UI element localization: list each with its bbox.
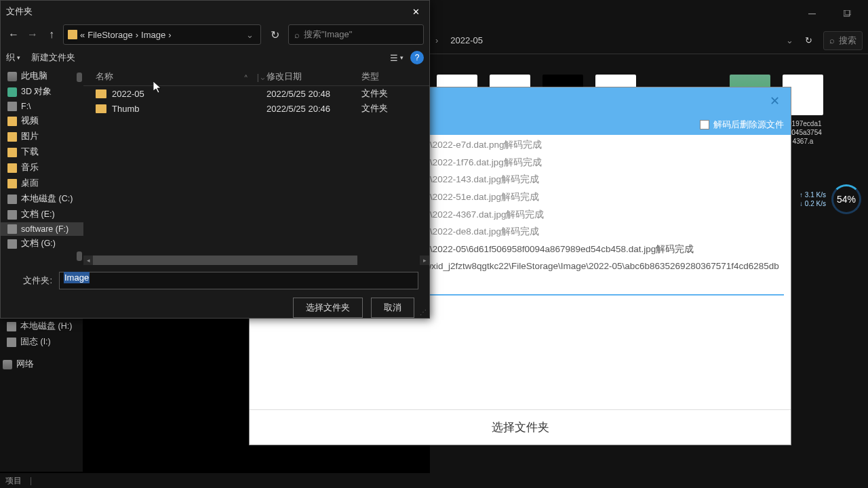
organize-menu[interactable]: 织▾ [6, 52, 20, 64]
cancel-button[interactable]: 取消 [371, 298, 414, 318]
close-icon[interactable]: ✕ [765, 92, 784, 110]
status-text: 项目 [5, 475, 22, 487]
sidebar-item-network[interactable]: 网络 [0, 357, 83, 372]
file-row[interactable]: 2022-05 2022/5/25 20:48 文件夹 [83, 86, 429, 101]
mouse-cursor-icon [153, 81, 164, 95]
column-resize[interactable]: |⌄ [257, 72, 267, 82]
drive-icon [7, 195, 17, 204]
upload-speed: ↑ 3.1 K/s [800, 191, 826, 199]
folder-icon [96, 104, 106, 113]
folder-icon [68, 30, 77, 39]
sidebar-item-this-pc[interactable]: 此电脑 [1, 68, 83, 84]
breadcrumb-part[interactable]: Image [141, 30, 165, 40]
history-dropdown[interactable]: ⌄ [243, 30, 256, 40]
folder-name-label: 文件夹: [12, 274, 52, 287]
file-row[interactable]: Thumb 2022/5/25 20:46 文件夹 [83, 101, 429, 116]
breadcrumb-sep: « [80, 30, 85, 40]
sidebar-item-pictures[interactable]: 图片 [1, 129, 83, 144]
chevron-right-icon: › [168, 30, 171, 40]
help-button[interactable]: ? [410, 51, 424, 64]
bg-address-bar: › 2022-05 ⌄ ↻ ⌕ 搜索 [430, 27, 868, 54]
dialog-sidebar[interactable]: 此电脑 3D 对象 F:\ 视频 图片 下载 音乐 桌面 本地磁盘 (C:) 文… [1, 68, 83, 265]
sidebar-item-drive-f[interactable]: F:\ [1, 100, 83, 113]
drive-icon [7, 210, 17, 220]
column-name-header[interactable]: 名称^|⌄ [83, 71, 267, 83]
sidebar-item[interactable]: 固态 (I:) [0, 334, 83, 350]
3d-icon [7, 87, 17, 97]
sidebar-item-drive-c[interactable]: 本地磁盘 (C:) [1, 191, 83, 207]
cpu-meter: 54% [831, 184, 861, 214]
refresh-button[interactable]: ↻ [799, 31, 818, 50]
sidebar-item-drive-software[interactable]: software (F:) [1, 222, 83, 236]
refresh-button[interactable]: ↻ [265, 25, 284, 44]
dropdown-icon[interactable]: ⌄ [786, 35, 793, 45]
delete-source-checkbox[interactable] [700, 120, 709, 129]
drive-icon [7, 102, 17, 111]
drive-icon [7, 239, 17, 249]
delete-source-label: 解码后删除源文件 [713, 119, 784, 131]
search-icon: ⌕ [829, 35, 835, 45]
chevron-down-icon: ▾ [400, 54, 403, 61]
close-button[interactable]: ✕ [406, 2, 425, 21]
network-meter-widget[interactable]: ↑ 3.1 K/s ↓ 0.2 K/s 54% [800, 184, 861, 214]
scroll-right-button[interactable]: ▸ [420, 256, 429, 265]
dialog-title: 文件夹 [6, 5, 33, 18]
address-bar[interactable]: « FileStorage › Image › ⌄ [63, 24, 261, 45]
view-menu[interactable]: ☰▾ [390, 53, 403, 63]
download-speed: ↓ 0.2 K/s [800, 200, 826, 207]
bg-sidebar: 本地磁盘 (H:) 固态 (I:) 网络 [0, 319, 83, 472]
column-date-header[interactable]: 修改日期 [267, 71, 361, 83]
horizontal-scrollbar[interactable]: ◂ ▸ [83, 256, 429, 265]
search-placeholder: 搜索"Image" [304, 28, 352, 41]
sidebar-item-desktop[interactable]: 桌面 [1, 176, 83, 191]
bg-titlebar [430, 0, 868, 27]
new-folder-button[interactable]: 新建文件夹 [31, 52, 75, 64]
select-folder-button[interactable]: 选择文件夹 [250, 409, 791, 445]
forward-button[interactable]: → [25, 27, 40, 42]
drive-icon [7, 224, 17, 234]
bg-breadcrumb[interactable]: 2022-05 [443, 35, 781, 45]
resize-grip[interactable]: ⋰ [420, 308, 429, 318]
sidebar-item-drive-e[interactable]: 文档 (E:) [1, 207, 83, 222]
bg-status-bar: 项目 | [0, 473, 868, 488]
dialog-toolbar: 织▾ 新建文件夹 ☰▾ ? [1, 47, 429, 68]
list-view-icon: ☰ [390, 53, 398, 63]
folder-icon [7, 148, 17, 157]
sidebar-item-videos[interactable]: 视频 [1, 113, 83, 129]
sidebar-item-drive-g[interactable]: 文档 (G:) [1, 236, 83, 251]
search-field[interactable]: ⌕ 搜索"Image" [288, 24, 424, 45]
sidebar-item-3d[interactable]: 3D 对象 [1, 84, 83, 100]
sidebar-item-downloads[interactable]: 下载 [1, 144, 83, 160]
minimize-button[interactable] [801, 3, 823, 24]
dialog-nav-row: ← → ↑ « FileStorage › Image › ⌄ ↻ ⌕ 搜索"I… [1, 22, 429, 47]
folder-icon [7, 179, 17, 188]
scroll-thumb[interactable] [93, 256, 357, 265]
search-icon: ⌕ [294, 30, 300, 40]
scrollbar-thumb[interactable] [77, 73, 82, 82]
svg-rect-1 [844, 10, 850, 16]
chevron-right-icon: › [435, 35, 438, 45]
breadcrumb-part[interactable]: FileStorage [87, 30, 132, 40]
drive-icon [7, 338, 16, 347]
back-button[interactable]: ← [6, 27, 21, 42]
bg-search-field[interactable]: ⌕ 搜索 [823, 31, 863, 50]
dialog-titlebar: 文件夹 ✕ [1, 1, 429, 22]
dialog-footer: 文件夹: Image 选择文件夹 取消 [1, 265, 429, 325]
chevron-down-icon: ▾ [17, 54, 20, 61]
scroll-track[interactable] [93, 256, 420, 265]
scroll-left-button[interactable]: ◂ [83, 256, 93, 265]
folder-icon [7, 117, 17, 126]
scrollbar-thumb[interactable] [77, 251, 82, 261]
chevron-right-icon: › [136, 30, 138, 40]
select-folder-button[interactable]: 选择文件夹 [293, 298, 363, 318]
folder-icon [96, 89, 106, 98]
sidebar-item-music[interactable]: 音乐 [1, 160, 83, 176]
folder-picker-dialog: 文件夹 ✕ ← → ↑ « FileStorage › Image › ⌄ ↻ … [0, 0, 430, 319]
folder-name-input[interactable]: Image [59, 272, 418, 289]
maximize-button[interactable] [836, 3, 858, 24]
folder-icon [7, 132, 17, 142]
column-type-header[interactable]: 类型 [361, 71, 429, 83]
up-button[interactable]: ↑ [44, 27, 59, 42]
sort-icon: ^ [245, 74, 248, 81]
file-list[interactable]: 名称^|⌄ 修改日期 类型 2022-05 2022/5/25 20:48 文件… [83, 68, 429, 265]
